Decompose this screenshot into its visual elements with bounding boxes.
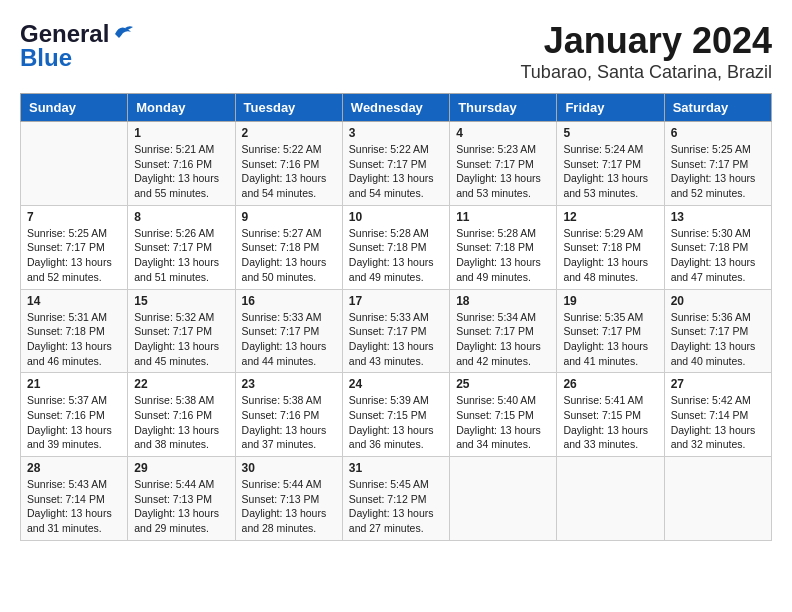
daylight-text: Daylight: 13 hours and 48 minutes.: [563, 256, 648, 283]
table-row: 23 Sunrise: 5:38 AM Sunset: 7:16 PM Dayl…: [235, 373, 342, 457]
col-friday: Friday: [557, 94, 664, 122]
day-info: Sunrise: 5:26 AM Sunset: 7:17 PM Dayligh…: [134, 226, 228, 285]
col-saturday: Saturday: [664, 94, 771, 122]
table-row: 19 Sunrise: 5:35 AM Sunset: 7:17 PM Dayl…: [557, 289, 664, 373]
day-info: Sunrise: 5:41 AM Sunset: 7:15 PM Dayligh…: [563, 393, 657, 452]
day-info: Sunrise: 5:35 AM Sunset: 7:17 PM Dayligh…: [563, 310, 657, 369]
day-number: 2: [242, 126, 336, 140]
day-number: 14: [27, 294, 121, 308]
sunrise-text: Sunrise: 5:25 AM: [671, 143, 751, 155]
day-number: 17: [349, 294, 443, 308]
day-number: 1: [134, 126, 228, 140]
sunrise-text: Sunrise: 5:23 AM: [456, 143, 536, 155]
day-number: 6: [671, 126, 765, 140]
table-row: 8 Sunrise: 5:26 AM Sunset: 7:17 PM Dayli…: [128, 205, 235, 289]
day-number: 12: [563, 210, 657, 224]
logo-blue: Blue: [20, 44, 72, 72]
table-row: 11 Sunrise: 5:28 AM Sunset: 7:18 PM Dayl…: [450, 205, 557, 289]
day-number: 25: [456, 377, 550, 391]
day-info: Sunrise: 5:30 AM Sunset: 7:18 PM Dayligh…: [671, 226, 765, 285]
sunrise-text: Sunrise: 5:26 AM: [134, 227, 214, 239]
daylight-text: Daylight: 13 hours and 49 minutes.: [456, 256, 541, 283]
day-info: Sunrise: 5:25 AM Sunset: 7:17 PM Dayligh…: [27, 226, 121, 285]
sunrise-text: Sunrise: 5:41 AM: [563, 394, 643, 406]
table-row: 2 Sunrise: 5:22 AM Sunset: 7:16 PM Dayli…: [235, 122, 342, 206]
sunrise-text: Sunrise: 5:25 AM: [27, 227, 107, 239]
table-row: 14 Sunrise: 5:31 AM Sunset: 7:18 PM Dayl…: [21, 289, 128, 373]
daylight-text: Daylight: 13 hours and 42 minutes.: [456, 340, 541, 367]
col-sunday: Sunday: [21, 94, 128, 122]
daylight-text: Daylight: 13 hours and 36 minutes.: [349, 424, 434, 451]
table-row: 31 Sunrise: 5:45 AM Sunset: 7:12 PM Dayl…: [342, 457, 449, 541]
sunrise-text: Sunrise: 5:44 AM: [242, 478, 322, 490]
sunrise-text: Sunrise: 5:40 AM: [456, 394, 536, 406]
daylight-text: Daylight: 13 hours and 37 minutes.: [242, 424, 327, 451]
sunset-text: Sunset: 7:17 PM: [563, 325, 641, 337]
daylight-text: Daylight: 13 hours and 50 minutes.: [242, 256, 327, 283]
table-row: 13 Sunrise: 5:30 AM Sunset: 7:18 PM Dayl…: [664, 205, 771, 289]
table-row: [21, 122, 128, 206]
sunrise-text: Sunrise: 5:32 AM: [134, 311, 214, 323]
day-number: 3: [349, 126, 443, 140]
sunset-text: Sunset: 7:17 PM: [671, 325, 749, 337]
day-number: 9: [242, 210, 336, 224]
day-number: 19: [563, 294, 657, 308]
page-subtitle: Tubarao, Santa Catarina, Brazil: [521, 62, 772, 83]
sunset-text: Sunset: 7:17 PM: [563, 158, 641, 170]
daylight-text: Daylight: 13 hours and 27 minutes.: [349, 507, 434, 534]
day-number: 15: [134, 294, 228, 308]
sunset-text: Sunset: 7:17 PM: [134, 241, 212, 253]
day-number: 24: [349, 377, 443, 391]
daylight-text: Daylight: 13 hours and 32 minutes.: [671, 424, 756, 451]
table-row: 28 Sunrise: 5:43 AM Sunset: 7:14 PM Dayl…: [21, 457, 128, 541]
day-info: Sunrise: 5:33 AM Sunset: 7:17 PM Dayligh…: [242, 310, 336, 369]
table-row: 1 Sunrise: 5:21 AM Sunset: 7:16 PM Dayli…: [128, 122, 235, 206]
sunset-text: Sunset: 7:18 PM: [671, 241, 749, 253]
logo: General Blue: [20, 20, 133, 72]
day-number: 8: [134, 210, 228, 224]
day-info: Sunrise: 5:33 AM Sunset: 7:17 PM Dayligh…: [349, 310, 443, 369]
day-number: 11: [456, 210, 550, 224]
sunrise-text: Sunrise: 5:42 AM: [671, 394, 751, 406]
daylight-text: Daylight: 13 hours and 44 minutes.: [242, 340, 327, 367]
sunrise-text: Sunrise: 5:38 AM: [242, 394, 322, 406]
table-row: [664, 457, 771, 541]
table-row: 24 Sunrise: 5:39 AM Sunset: 7:15 PM Dayl…: [342, 373, 449, 457]
sunrise-text: Sunrise: 5:21 AM: [134, 143, 214, 155]
day-info: Sunrise: 5:31 AM Sunset: 7:18 PM Dayligh…: [27, 310, 121, 369]
table-row: 9 Sunrise: 5:27 AM Sunset: 7:18 PM Dayli…: [235, 205, 342, 289]
day-info: Sunrise: 5:32 AM Sunset: 7:17 PM Dayligh…: [134, 310, 228, 369]
day-info: Sunrise: 5:22 AM Sunset: 7:17 PM Dayligh…: [349, 142, 443, 201]
day-info: Sunrise: 5:27 AM Sunset: 7:18 PM Dayligh…: [242, 226, 336, 285]
day-info: Sunrise: 5:36 AM Sunset: 7:17 PM Dayligh…: [671, 310, 765, 369]
day-number: 29: [134, 461, 228, 475]
daylight-text: Daylight: 13 hours and 29 minutes.: [134, 507, 219, 534]
table-row: 7 Sunrise: 5:25 AM Sunset: 7:17 PM Dayli…: [21, 205, 128, 289]
table-row: 4 Sunrise: 5:23 AM Sunset: 7:17 PM Dayli…: [450, 122, 557, 206]
sunrise-text: Sunrise: 5:31 AM: [27, 311, 107, 323]
day-number: 31: [349, 461, 443, 475]
col-tuesday: Tuesday: [235, 94, 342, 122]
table-row: 16 Sunrise: 5:33 AM Sunset: 7:17 PM Dayl…: [235, 289, 342, 373]
sunrise-text: Sunrise: 5:30 AM: [671, 227, 751, 239]
day-info: Sunrise: 5:34 AM Sunset: 7:17 PM Dayligh…: [456, 310, 550, 369]
day-info: Sunrise: 5:24 AM Sunset: 7:17 PM Dayligh…: [563, 142, 657, 201]
sunset-text: Sunset: 7:18 PM: [563, 241, 641, 253]
daylight-text: Daylight: 13 hours and 52 minutes.: [671, 172, 756, 199]
calendar-week-row: 14 Sunrise: 5:31 AM Sunset: 7:18 PM Dayl…: [21, 289, 772, 373]
day-number: 26: [563, 377, 657, 391]
col-thursday: Thursday: [450, 94, 557, 122]
calendar-week-row: 28 Sunrise: 5:43 AM Sunset: 7:14 PM Dayl…: [21, 457, 772, 541]
sunset-text: Sunset: 7:16 PM: [242, 158, 320, 170]
day-number: 18: [456, 294, 550, 308]
table-row: 26 Sunrise: 5:41 AM Sunset: 7:15 PM Dayl…: [557, 373, 664, 457]
table-row: [557, 457, 664, 541]
sunrise-text: Sunrise: 5:35 AM: [563, 311, 643, 323]
day-info: Sunrise: 5:38 AM Sunset: 7:16 PM Dayligh…: [242, 393, 336, 452]
sunrise-text: Sunrise: 5:28 AM: [349, 227, 429, 239]
sunset-text: Sunset: 7:17 PM: [456, 158, 534, 170]
table-row: 21 Sunrise: 5:37 AM Sunset: 7:16 PM Dayl…: [21, 373, 128, 457]
daylight-text: Daylight: 13 hours and 51 minutes.: [134, 256, 219, 283]
page-title: January 2024: [521, 20, 772, 62]
calendar-week-row: 7 Sunrise: 5:25 AM Sunset: 7:17 PM Dayli…: [21, 205, 772, 289]
